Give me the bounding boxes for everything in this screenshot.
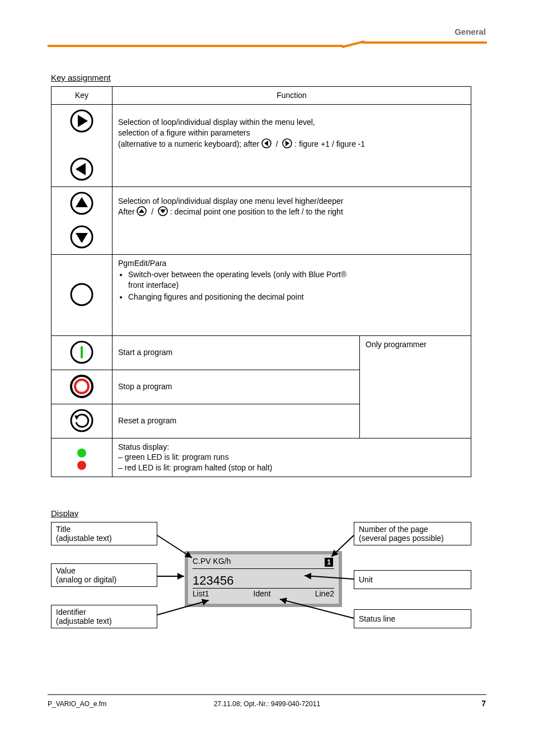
key-function-table: Key Function Selection of loop/individua… — [51, 86, 471, 477]
svg-line-28 — [305, 576, 354, 579]
start-icon — [69, 339, 95, 365]
callout-page-number: Number of the page(several pages possibl… — [354, 522, 471, 545]
key-cell-reset — [51, 404, 113, 438]
reset-icon — [69, 408, 95, 433]
key-cell-arrows-lr — [51, 104, 113, 152]
desc-line: Selection of loop/individual display one… — [118, 196, 465, 207]
callout-title: Title(adjustable text) — [51, 522, 157, 545]
svg-marker-23 — [74, 416, 79, 420]
svg-marker-8 — [76, 163, 86, 175]
led-red-text: red LED is lit: program halted (stop or … — [125, 463, 273, 472]
footer-doc-id: 27.11.08; Opt.-Nr.: 9499-040-72011 — [0, 700, 534, 708]
arrow-icon — [329, 535, 356, 560]
arrow-left-icon — [69, 156, 95, 182]
lcd-separator — [193, 588, 334, 589]
desc-stop: Stop a program — [113, 370, 360, 404]
lcd-separator — [193, 568, 334, 569]
key-cell-arrow-left — [51, 153, 113, 187]
desc-arrows-ud: Selection of loop/individual display one… — [113, 186, 471, 254]
desc-reset: Reset a program — [113, 404, 360, 438]
table-header-key: Key — [51, 87, 113, 105]
svg-line-29 — [280, 599, 354, 618]
desc-arrows-lr: Selection of loop/individual display wit… — [113, 104, 471, 152]
led-green-text: green LED is lit: program runs — [125, 452, 229, 461]
header-rule-diagonal — [342, 39, 364, 48]
note-only-programmer: Only programmer — [360, 335, 471, 438]
section-title-keys: Key assignment — [51, 73, 111, 82]
svg-rect-19 — [81, 346, 83, 358]
led-green-icon — [77, 449, 86, 458]
desc-line: selection of a figure within parameters — [118, 128, 465, 138]
arrow-left-mini-icon — [261, 138, 271, 148]
key-cell-arrow-up — [51, 186, 113, 221]
section-title-display: Display — [51, 508, 78, 518]
key-cell-leds — [51, 438, 113, 477]
arrow-icon — [302, 573, 356, 582]
key-cell-pgm — [51, 254, 113, 335]
svg-line-24 — [157, 535, 192, 558]
leds-title: Status display: — [118, 442, 465, 452]
header-chapter: General — [455, 27, 486, 36]
desc-label: PgmEdit/Para — [118, 258, 465, 269]
table-header-function: Function — [113, 87, 471, 105]
desc-line: (alternative to a numeric keyboard); aft… — [118, 138, 465, 150]
arrow-icon — [157, 573, 188, 579]
desc-bullet: Switch-over between the operating levels… — [128, 269, 465, 291]
svg-marker-4 — [264, 141, 268, 146]
svg-marker-2 — [78, 115, 88, 127]
arrow-icon — [157, 533, 196, 562]
key-cell-arrow-down — [51, 221, 113, 255]
svg-point-22 — [71, 410, 92, 431]
desc-pgm: PgmEdit/Para Switch-over between the ope… — [113, 254, 471, 335]
arrow-up-mini-icon — [137, 206, 147, 216]
arrow-down-mini-icon — [158, 206, 168, 216]
svg-marker-14 — [160, 209, 166, 213]
footer-page-num: 7 — [481, 699, 486, 708]
arrow-right-mini-icon — [282, 138, 292, 148]
svg-line-27 — [331, 535, 354, 557]
arrow-icon — [278, 597, 356, 622]
led-red-icon — [77, 461, 86, 470]
svg-marker-12 — [139, 209, 144, 213]
svg-point-21 — [75, 380, 88, 393]
arrow-up-icon — [69, 190, 95, 216]
svg-marker-16 — [76, 233, 88, 243]
arrow-down-icon — [69, 224, 95, 250]
arrow-right-icon — [69, 108, 95, 134]
desc-start: Start a program — [113, 335, 360, 370]
desc-line: After / : decimal point one position to … — [118, 206, 465, 217]
lcd-status-mid: Ident — [254, 589, 271, 598]
key-cell-stop — [51, 370, 113, 404]
header-rule-left — [48, 45, 343, 47]
footer-rule — [48, 694, 486, 695]
lcd-title: C.PV KG/h — [193, 557, 334, 566]
callout-identifier: Identifier(adjustable text) — [51, 605, 157, 628]
stop-icon — [69, 374, 95, 399]
blank-key-icon — [69, 282, 95, 307]
svg-point-17 — [71, 284, 92, 305]
header-rule-right — [362, 41, 487, 44]
desc-leds: Status display: – green LED is lit: prog… — [113, 438, 471, 477]
svg-marker-6 — [285, 141, 289, 146]
lcd-status-left: List1 — [193, 589, 209, 598]
arrow-icon — [157, 598, 213, 618]
svg-marker-10 — [76, 197, 88, 207]
callout-status: Status line — [354, 609, 471, 628]
svg-line-0 — [342, 41, 364, 47]
desc-line: Selection of loop/individual display wit… — [118, 117, 465, 128]
key-cell-start — [51, 335, 113, 370]
desc-bullet: Changing figures and positioning the dec… — [128, 292, 465, 302]
callout-value: Value(analog or digital) — [51, 563, 157, 587]
svg-line-26 — [157, 600, 209, 615]
callout-unit: Unit — [354, 570, 471, 589]
